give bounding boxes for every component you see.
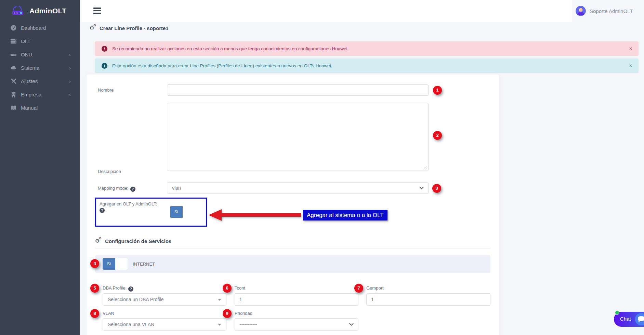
alert-danger: ! Se recomienda no realizar acciones en … — [95, 41, 639, 56]
dba-profile-label-text: DBA Profile: — [103, 285, 127, 291]
chevron-down-icon — [419, 185, 424, 189]
tcont-input[interactable] — [235, 293, 358, 306]
close-icon[interactable]: × — [629, 63, 632, 69]
toggle-off-half — [183, 206, 195, 218]
chat-bubble-icon — [635, 313, 644, 325]
chevron-right-icon: › — [69, 92, 71, 97]
toggle-on-label: Si — [170, 206, 183, 218]
info-circle-icon: i — [102, 63, 107, 69]
red-arrow-body — [221, 213, 301, 217]
step-badge-1: 1 — [433, 86, 442, 95]
mapping-mode-label: Mapping mode:? — [98, 186, 135, 192]
logo[interactable]: AdminOLT — [0, 0, 80, 22]
cogs-icon: ⚙⚙ — [90, 25, 96, 31]
page-title: ⚙⚙ Crear Line Profile - soporte1 — [90, 25, 169, 31]
chat-label: Chat — [620, 316, 631, 322]
close-icon[interactable]: × — [629, 45, 632, 52]
nombre-label: Nombre — [98, 88, 114, 93]
dba-profile-placeholder: Selecciona un DBA Profile — [108, 297, 163, 302]
prioridad-value: ----------- — [240, 322, 257, 327]
step-badge-4: 4 — [90, 259, 99, 268]
dba-profile-select[interactable]: Selecciona un DBA Profile — [103, 293, 226, 306]
exclamation-circle-icon: ! — [102, 46, 107, 52]
divider — [95, 248, 490, 249]
chevron-right-icon: › — [69, 52, 71, 57]
sidebar-item-olt[interactable]: OLT — [0, 35, 80, 48]
dba-profile-label: DBA Profile:? — [103, 285, 133, 292]
step-badge-8: 8 — [90, 309, 99, 318]
alert-info-text: Esta opción esta diseñada para crear Lin… — [112, 63, 332, 68]
menu-toggle-icon[interactable] — [93, 8, 101, 14]
cloud-icon — [10, 65, 17, 71]
help-icon[interactable]: ? — [128, 286, 133, 292]
chevron-down-icon — [349, 321, 354, 326]
user-name: Soporte AdminOLT — [590, 8, 633, 14]
sidebar-item-label: ONU — [21, 52, 32, 57]
red-arrow-icon — [209, 209, 222, 221]
internet-label: INTERNET — [133, 262, 155, 267]
descripcion-label: Descripción — [98, 169, 121, 174]
prioridad-select[interactable]: ----------- — [235, 318, 358, 331]
sidebar-item-label: Sistema — [21, 65, 39, 71]
internet-toggle[interactable]: Si — [103, 258, 128, 270]
vlan-select[interactable]: Selecciona una VLAN — [103, 318, 226, 331]
sidebar-item-dashboard[interactable]: Dashboard — [0, 21, 80, 35]
sidebar-item-sistema[interactable]: Sistema › — [0, 61, 80, 75]
cogs-icon: ⚙⚙ — [95, 238, 102, 244]
sidebar-item-label: Empresa — [21, 92, 41, 97]
gemport-input[interactable] — [366, 293, 490, 306]
sidebar-item-manual[interactable]: Manual — [0, 101, 80, 115]
sidebar-nav: Dashboard OLT ONU › Sistema › — [0, 21, 80, 115]
annotation-label: Agregar al sistema o a la OLT — [303, 210, 387, 220]
page-title-text: Crear Line Profile - soporte1 — [100, 25, 169, 31]
chat-button[interactable]: Chat — [614, 312, 644, 327]
sidebar-item-ajustes[interactable]: Ajustes › — [0, 75, 80, 88]
alert-danger-text: Se recomienda no realizar acciones en es… — [112, 46, 349, 51]
book-icon — [10, 105, 17, 111]
vlan-placeholder: Selecciona una VLAN — [108, 322, 154, 327]
agregar-label: Agregar en OLT y AdminOLT: — [100, 201, 157, 206]
alert-info: i Esta opción esta diseñada para crear L… — [95, 58, 639, 73]
nombre-input[interactable] — [167, 84, 429, 96]
user-menu[interactable]: Soporte AdminOLT — [572, 0, 644, 22]
step-badge-6: 6 — [223, 284, 232, 293]
caret-down-icon — [218, 324, 221, 326]
logo-text: AdminOLT — [29, 7, 66, 15]
help-icon[interactable]: ? — [130, 187, 135, 192]
services-heading: ⚙⚙ Configuración de Servicios — [95, 238, 171, 244]
agregar-highlight-box: Agregar en OLT y AdminOLT: ? Si — [95, 198, 207, 227]
descripcion-textarea[interactable] — [167, 103, 429, 171]
tools-icon — [10, 78, 17, 84]
toggle-off-half — [115, 258, 128, 270]
avatar — [576, 6, 586, 16]
gemport-label: Gemport — [366, 285, 384, 291]
onu-device-icon — [10, 51, 17, 58]
olt-server-icon — [10, 38, 17, 44]
sidebar-item-label: Ajustes — [21, 78, 38, 84]
line-profile-form-card: Nombre 1 Descripción 2 Mapping mode:? vl… — [87, 75, 499, 335]
agregar-toggle[interactable]: Si — [170, 206, 195, 218]
building-icon — [10, 91, 17, 98]
step-badge-5: 5 — [90, 284, 99, 293]
step-badge-2: 2 — [433, 131, 442, 140]
main-content: ⚙⚙ Crear Line Profile - soporte1 ! Se re… — [80, 22, 644, 335]
step-badge-3: 3 — [432, 184, 441, 193]
mapping-mode-select[interactable]: vlan — [167, 182, 429, 194]
dashboard-icon — [10, 25, 17, 31]
sidebar-item-label: Dashboard — [21, 25, 46, 31]
sidebar-item-empresa[interactable]: Empresa › — [0, 88, 80, 101]
step-badge-7: 7 — [354, 284, 363, 293]
services-heading-text: Configuración de Servicios — [105, 238, 171, 244]
mapping-mode-value: vlan — [172, 185, 181, 191]
chevron-right-icon: › — [69, 79, 71, 84]
sidebar-item-onu[interactable]: ONU › — [0, 48, 80, 61]
caret-down-icon — [218, 299, 221, 301]
sidebar: AdminOLT Dashboard OLT ONU › — [0, 0, 80, 335]
step-badge-9: 9 — [223, 309, 232, 318]
sidebar-item-label: OLT — [21, 38, 30, 44]
top-header: Soporte AdminOLT — [80, 0, 644, 22]
resize-handle[interactable] — [423, 166, 427, 170]
adminolt-logo-icon — [12, 6, 27, 16]
online-status-dot — [615, 310, 619, 315]
help-icon[interactable]: ? — [100, 208, 105, 213]
